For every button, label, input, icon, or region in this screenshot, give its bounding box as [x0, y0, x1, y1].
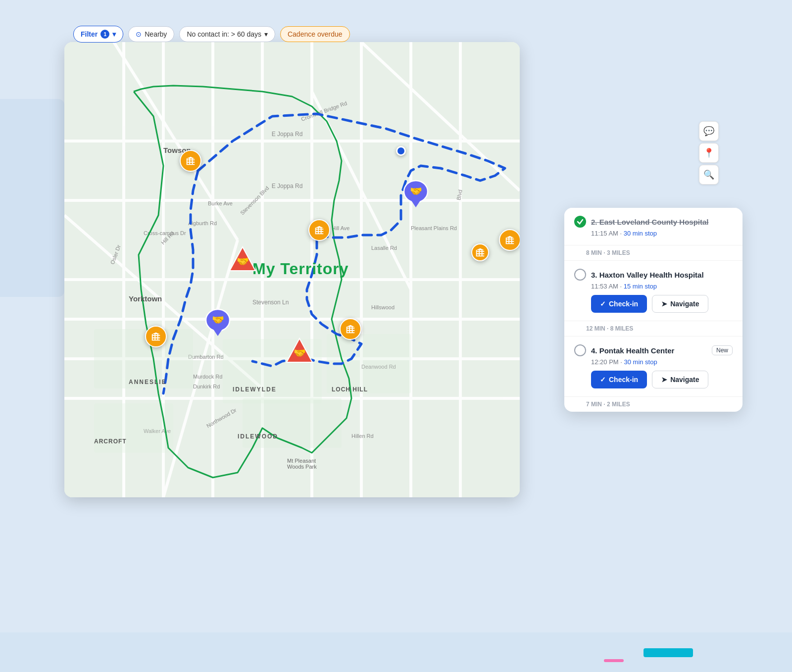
cadence-filter[interactable]: Cadence overdue: [280, 26, 350, 42]
map-svg: E Joppa Rd E Joppa Rd Hill Rd Stevenson …: [64, 42, 520, 497]
stop-4-checkin-button[interactable]: ✓ Check-in: [591, 371, 647, 388]
stop-4-navigate-icon: ➤: [661, 376, 667, 384]
filter-bar: Filter 1 ▾ ⊙ Nearby No contact in: > 60 …: [73, 26, 350, 43]
stop-4-name: 4. Pontak Health Center: [591, 346, 674, 355]
side-decoration: [0, 99, 64, 297]
building-marker-2[interactable]: [308, 219, 330, 241]
building-marker-5[interactable]: [340, 318, 361, 340]
stop-2-duration: 30 min stop: [624, 230, 657, 237]
zoom-icon: 🔍: [703, 169, 714, 180]
svg-text:🤝: 🤝: [410, 185, 422, 197]
stop-4-checkin-icon: ✓: [600, 376, 606, 384]
comment-icon: 💬: [703, 126, 714, 137]
svg-text:Hillen Rd: Hillen Rd: [351, 433, 374, 439]
stop-3-duration: 15 min stop: [624, 283, 657, 290]
filter-button[interactable]: Filter 1 ▾: [73, 26, 123, 43]
route-stop-3: 3. Haxton Valley Health Hospital 11:53 A…: [564, 261, 742, 321]
stop-4-checkin-label: Check-in: [609, 376, 638, 384]
filter-chevron-icon: ▾: [112, 30, 116, 38]
nearby-label: Nearby: [145, 30, 167, 38]
map-tools: 💬 📍 🔍: [699, 121, 719, 185]
svg-text:🤝: 🤝: [237, 255, 249, 267]
svg-marker-52: [410, 198, 422, 207]
stop-3-checkin-label: Check-in: [609, 300, 638, 308]
cadence-label: Cadence overdue: [288, 30, 343, 38]
stop-2-name: 2. East Loveland County Hospital: [591, 218, 709, 226]
route-panel: 2. East Loveland County Hospital 11:15 A…: [564, 208, 742, 412]
svg-rect-45: [243, 398, 342, 448]
current-location-marker: [396, 146, 406, 156]
stop-4-circle: [574, 344, 586, 356]
nearby-icon: ⊙: [136, 30, 142, 38]
building-marker-1[interactable]: [180, 150, 201, 172]
svg-text:Dunkirk Rd: Dunkirk Rd: [193, 384, 220, 389]
zoom-tool-button[interactable]: 🔍: [699, 165, 719, 185]
navigate-icon: ➤: [661, 300, 667, 308]
stop-2-time: 11:15 AM · 30 min stop: [591, 230, 733, 237]
svg-text:Pleasant Plains Rd: Pleasant Plains Rd: [411, 225, 457, 231]
stop-4-new-badge: New: [712, 345, 733, 355]
stop-3-navigate-label: Navigate: [670, 300, 699, 308]
svg-marker-55: [212, 327, 224, 336]
comment-tool-button[interactable]: 💬: [699, 121, 719, 141]
svg-text:E Joppa Rd: E Joppa Rd: [272, 183, 303, 190]
stop-4-duration: 30 min stop: [624, 358, 657, 366]
filter-label: Filter: [81, 30, 98, 38]
pin-tool-button[interactable]: 📍: [699, 143, 719, 163]
svg-text:Hill Ave: Hill Ave: [332, 225, 349, 231]
stop-2-check: [574, 216, 586, 228]
stop-4-navigate-label: Navigate: [670, 376, 699, 384]
stop-3-actions: ✓ Check-in ➤ Navigate: [591, 295, 733, 313]
map-background: E Joppa Rd E Joppa Rd Hill Rd Stevenson …: [64, 42, 520, 497]
svg-text:Murdock Rd: Murdock Rd: [193, 374, 222, 380]
filter-badge: 1: [100, 30, 109, 39]
svg-text:E Joppa Rd: E Joppa Rd: [272, 131, 303, 138]
route-divider-1: 8 MIN · 3 MILES: [564, 245, 742, 261]
route-divider-3: 7 MIN · 2 MILES: [564, 397, 742, 412]
teal-accent-bar: [644, 648, 693, 657]
stop-4-time: 12:20 PM · 30 min stop: [591, 358, 733, 366]
no-contact-chevron-icon: ▾: [264, 30, 268, 38]
map-container: E Joppa Rd E Joppa Rd Hill Rd Stevenson …: [64, 42, 520, 497]
triangle-marker-1[interactable]: 🤝: [229, 246, 256, 274]
nearby-filter[interactable]: ⊙ Nearby: [128, 26, 174, 42]
triangle-marker-2[interactable]: 🤝: [286, 337, 313, 365]
stop-4-navigate-button[interactable]: ➤ Navigate: [652, 371, 708, 388]
building-marker-3[interactable]: [499, 229, 520, 251]
svg-text:🤝: 🤝: [294, 347, 306, 359]
stop-3-checkin-button[interactable]: ✓ Check-in: [591, 295, 647, 313]
svg-text:Aigburth Rd: Aigburth Rd: [188, 220, 217, 226]
route-stop-2: 2. East Loveland County Hospital 11:15 A…: [564, 208, 742, 245]
svg-rect-42: [94, 329, 193, 388]
heart-marker-1[interactable]: 🤝: [402, 180, 429, 211]
stop-4-actions: ✓ Check-in ➤ Navigate: [591, 371, 733, 388]
stop-3-time: 11:53 AM · 15 min stop: [591, 283, 733, 290]
svg-text:Dumbarton Rd: Dumbarton Rd: [188, 354, 224, 360]
no-contact-filter[interactable]: No contact in: > 60 days ▾: [179, 26, 275, 42]
stop-3-navigate-button[interactable]: ➤ Navigate: [652, 295, 708, 313]
svg-text:Hillswood: Hillswood: [371, 304, 395, 310]
building-marker-4[interactable]: [145, 326, 167, 347]
pink-accent-bar: [604, 659, 624, 662]
stop-3-name: 3. Haxton Valley Health Hospital: [591, 271, 704, 279]
stop-3-circle: [574, 269, 586, 281]
pin-icon: 📍: [703, 147, 714, 158]
route-divider-2: 12 MIN · 8 MILES: [564, 321, 742, 336]
heart-marker-2[interactable]: 🤝: [204, 308, 231, 340]
svg-text:Lasalle Rd: Lasalle Rd: [371, 245, 397, 251]
building-marker-6[interactable]: [471, 243, 489, 261]
svg-text:Stevenson Ln: Stevenson Ln: [252, 299, 289, 306]
checkin-icon: ✓: [600, 300, 606, 308]
route-stop-4: 4. Pontak Health Center New 12:20 PM · 3…: [564, 336, 742, 397]
no-contact-label: No contact in: > 60 days: [187, 30, 261, 38]
svg-text:Burke Ave: Burke Ave: [208, 200, 233, 206]
svg-text:🤝: 🤝: [212, 314, 224, 326]
